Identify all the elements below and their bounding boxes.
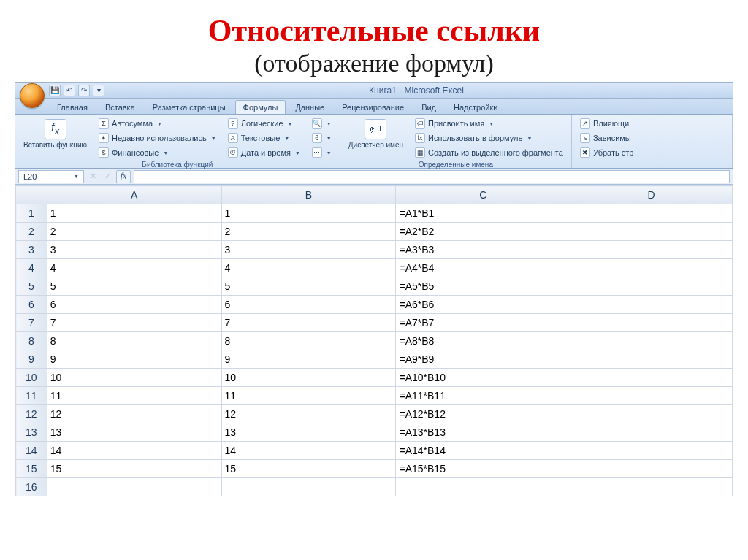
row-header[interactable]: 9 [16,350,47,369]
cell[interactable] [570,442,733,460]
cell[interactable] [47,478,221,496]
cell[interactable]: 15 [221,460,396,478]
cell[interactable]: 11 [221,387,396,405]
cell[interactable]: =A1*B1 [396,204,570,223]
cell[interactable]: =A6*B6 [396,296,570,314]
col-header-C[interactable]: C [396,186,570,204]
redo-icon[interactable]: ↷ [78,85,90,96]
cell[interactable]: 9 [221,350,396,369]
cell[interactable] [570,350,733,369]
col-header-A[interactable]: A [47,186,221,204]
cell[interactable]: 4 [47,259,221,277]
tab-data[interactable]: Данные [287,100,332,114]
other-button[interactable]: ⋯▼ [308,146,335,159]
cell[interactable]: 15 [47,460,221,478]
cell[interactable]: 5 [221,277,396,296]
cell[interactable] [570,277,733,296]
row-header[interactable]: 8 [16,332,47,350]
cell[interactable] [570,241,733,259]
cell[interactable]: =A12*B12 [396,405,570,423]
text-button[interactable]: A Текстовые ▼ [224,131,304,145]
cell[interactable]: 5 [47,277,221,296]
cell[interactable] [570,259,733,277]
row-header[interactable]: 5 [16,277,47,296]
create-from-selection-button[interactable]: ▦ Создать из выделенного фрагмента [411,146,567,159]
remove-arrows-button[interactable]: ✖ Убрать стр [576,146,638,159]
cell[interactable]: =A4*B4 [396,259,570,277]
cell[interactable] [570,223,733,241]
tab-home[interactable]: Главная [49,100,96,114]
cell[interactable]: 10 [47,369,221,387]
select-all-corner[interactable] [16,186,47,204]
cell[interactable] [570,460,733,478]
row-header[interactable]: 10 [16,369,47,387]
cell[interactable] [570,387,733,405]
trace-precedents-button[interactable]: ↗ Влияющи [576,117,638,130]
qat-dropdown-icon[interactable]: ▾ [93,85,104,96]
cell[interactable] [396,478,570,496]
office-button[interactable] [20,83,45,108]
cell[interactable]: =A10*B10 [396,369,570,387]
cell[interactable]: 3 [221,241,396,259]
math-button[interactable]: θ▼ [308,131,335,145]
row-header[interactable]: 7 [16,314,47,332]
row-header[interactable]: 1 [16,204,47,223]
undo-icon[interactable]: ↶ [64,85,75,96]
autosum-button[interactable]: Σ Автосумма ▼ [95,117,220,130]
financial-button[interactable]: $ Финансовые ▼ [95,146,220,159]
cell[interactable]: =A3*B3 [396,241,570,259]
formula-input[interactable] [134,170,730,183]
tab-review[interactable]: Рецензирование [334,100,412,114]
trace-dependents-button[interactable]: ↘ Зависимы [576,131,638,145]
cell[interactable]: 12 [47,405,221,423]
row-header[interactable]: 15 [16,460,47,478]
row-header[interactable]: 16 [16,478,47,496]
cell[interactable] [570,332,733,350]
cell[interactable]: 2 [47,223,221,241]
cell[interactable]: 13 [221,423,396,442]
cell[interactable]: 14 [221,442,396,460]
cell[interactable]: =A8*B8 [396,332,570,350]
name-box[interactable]: L20 ▼ [18,170,84,183]
cell[interactable]: 9 [47,350,221,369]
tab-page-layout[interactable]: Разметка страницы [145,100,234,114]
cell[interactable] [570,369,733,387]
tab-formulas[interactable]: Формулы [235,100,286,114]
cell[interactable]: =A7*B7 [396,314,570,332]
cell[interactable] [570,423,733,442]
cell[interactable]: 6 [221,296,396,314]
tab-insert[interactable]: Вставка [97,100,143,114]
cell[interactable]: 12 [221,405,396,423]
cell[interactable]: 1 [221,204,396,223]
tab-addins[interactable]: Надстройки [446,100,505,114]
cell[interactable] [570,296,733,314]
cell[interactable]: 7 [47,314,221,332]
logical-button[interactable]: ? Логические ▼ [224,117,304,130]
cell[interactable]: 8 [221,332,396,350]
cell[interactable] [570,204,733,223]
cell[interactable]: 2 [221,223,396,241]
row-header[interactable]: 14 [16,442,47,460]
cell[interactable]: =A14*B14 [396,442,570,460]
cell[interactable]: =A15*B15 [396,460,570,478]
row-header[interactable]: 6 [16,296,47,314]
cell[interactable]: =A13*B13 [396,423,570,442]
cell[interactable] [570,478,733,496]
name-manager-button[interactable]: 🏷 Диспетчер имен [345,117,407,151]
cell[interactable]: 6 [47,296,221,314]
datetime-button[interactable]: ⏱ Дата и время ▼ [224,146,304,159]
insert-function-button[interactable]: fx Вставить функцию [20,117,91,151]
col-header-D[interactable]: D [570,186,733,204]
cell[interactable]: 4 [221,259,396,277]
use-in-formula-button[interactable]: fx Использовать в формуле ▼ [411,131,567,145]
cell[interactable]: =A2*B2 [396,223,570,241]
cell[interactable]: 1 [47,204,221,223]
cell[interactable]: 11 [47,387,221,405]
row-header[interactable]: 11 [16,387,47,405]
more-functions-button[interactable]: 🔍▼ [308,117,335,130]
save-icon[interactable]: 💾 [49,85,61,96]
fx-button[interactable]: fx [116,170,131,183]
cell[interactable]: 3 [47,241,221,259]
row-header[interactable]: 13 [16,423,47,442]
cell[interactable]: 10 [221,369,396,387]
